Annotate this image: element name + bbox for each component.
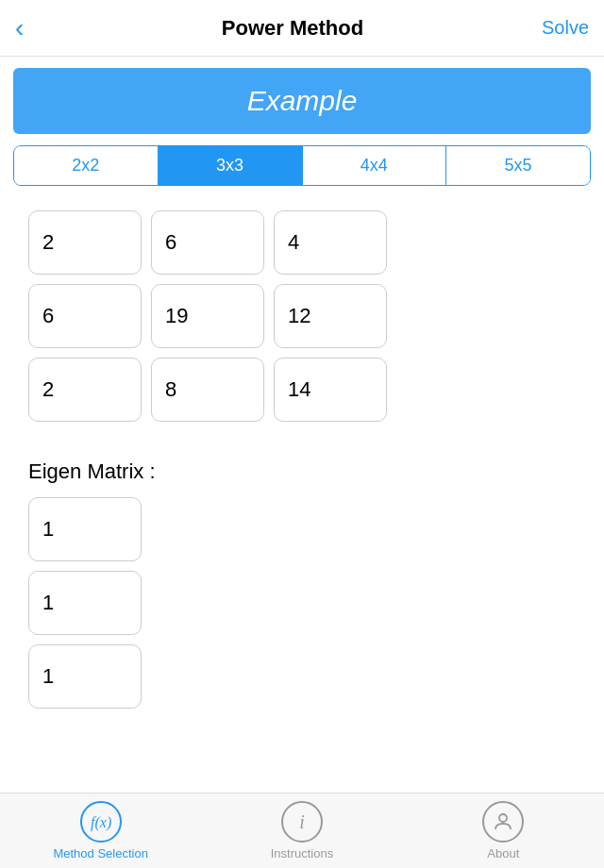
- tab-about[interactable]: About: [403, 801, 604, 860]
- eigen-section: Eigen Matrix : 1 1 1: [28, 459, 604, 709]
- instructions-icon: i: [281, 801, 323, 843]
- about-icon: [482, 801, 524, 843]
- eigen-cell-0[interactable]: 1: [28, 497, 142, 561]
- svg-point-1: [499, 814, 507, 822]
- matrix-cell-2-2[interactable]: 14: [274, 358, 387, 422]
- matrix-cell-0-0[interactable]: 2: [28, 210, 142, 275]
- matrix-cell-1-1[interactable]: 19: [151, 284, 264, 348]
- tab-3x3[interactable]: 3x3: [159, 146, 303, 185]
- matrix-cell-2-0[interactable]: 2: [28, 358, 142, 422]
- example-label: Example: [247, 85, 358, 116]
- svg-text:f(x): f(x): [91, 814, 111, 831]
- tab-5x5[interactable]: 5x5: [446, 146, 590, 185]
- eigen-cells: 1 1 1: [28, 497, 604, 709]
- matrix-cell-0-1[interactable]: 6: [151, 210, 264, 275]
- matrix-cell-1-2[interactable]: 12: [274, 284, 387, 348]
- eigen-label: Eigen Matrix :: [28, 459, 604, 484]
- solve-button[interactable]: Solve: [532, 17, 589, 39]
- matrix-cell-1-0[interactable]: 6: [28, 284, 142, 348]
- eigen-cell-2[interactable]: 1: [28, 644, 142, 709]
- back-button[interactable]: ‹: [15, 15, 53, 42]
- header: ‹ Power Method Solve: [0, 0, 604, 57]
- tab-instructions[interactable]: i Instructions: [201, 801, 402, 860]
- example-banner: Example: [13, 68, 591, 134]
- eigen-cell-1[interactable]: 1: [28, 571, 142, 635]
- matrix-cell-2-1[interactable]: 8: [151, 358, 264, 422]
- tab-bar: f(x) Method Selection i Instructions Abo…: [0, 793, 604, 868]
- page-title: Power Method: [53, 16, 532, 41]
- instructions-label: Instructions: [271, 846, 333, 860]
- size-tabs: 2x2 3x3 4x4 5x5: [13, 145, 591, 186]
- matrix-cell-0-2[interactable]: 4: [274, 210, 387, 275]
- about-label: About: [487, 846, 519, 860]
- tab-4x4[interactable]: 4x4: [303, 146, 447, 185]
- method-selection-label: Method Selection: [53, 846, 147, 860]
- method-selection-icon: f(x): [80, 801, 122, 843]
- matrix-grid: 2 6 4 6 19 12 2 8 14: [28, 201, 604, 431]
- tab-2x2[interactable]: 2x2: [14, 146, 159, 185]
- tab-method-selection[interactable]: f(x) Method Selection: [0, 801, 201, 860]
